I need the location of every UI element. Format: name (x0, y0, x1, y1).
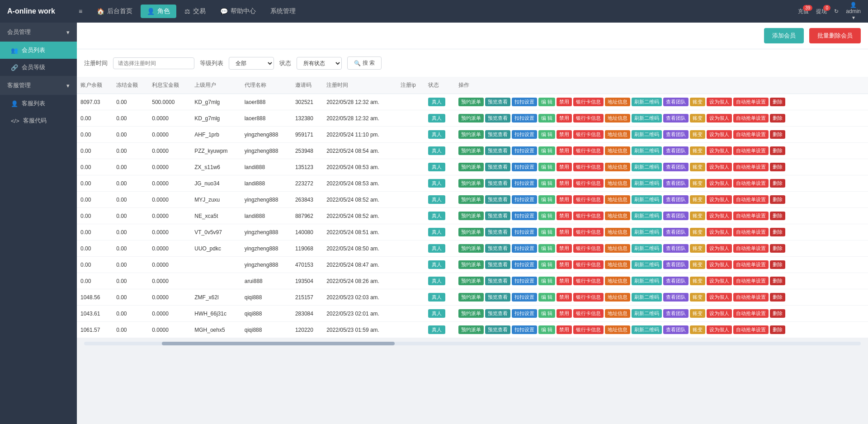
action-btn[interactable]: 扣扣设置 (512, 228, 537, 236)
action-btn[interactable]: 银行卡信息 (573, 146, 604, 155)
action-btn[interactable]: 编 辑 (538, 114, 555, 122)
action-btn[interactable]: 自动抢单设置 (733, 114, 769, 122)
action-btn[interactable]: 预约派单 (458, 309, 484, 318)
action-btn[interactable]: 刷新二维码 (632, 293, 662, 302)
sidebar-item-member-level[interactable]: 🔗 会员等级 (0, 59, 77, 76)
action-btn[interactable]: 删除 (770, 114, 785, 122)
action-btn[interactable]: 编 辑 (538, 212, 555, 220)
action-btn[interactable]: 账变 (690, 260, 705, 269)
nav-help[interactable]: 💬 帮助中心 (214, 5, 262, 18)
action-btn[interactable]: 预约派单 (458, 179, 484, 188)
action-btn[interactable]: 刷新二维码 (632, 98, 662, 106)
action-btn[interactable]: 预览查看 (485, 163, 510, 171)
action-btn[interactable]: 扣扣设置 (512, 260, 537, 269)
action-btn[interactable]: 地址信息 (605, 293, 630, 302)
action-btn[interactable]: 地址信息 (605, 228, 630, 236)
action-btn[interactable]: 删除 (770, 98, 785, 106)
action-btn[interactable]: 自动抢单设置 (733, 260, 769, 269)
action-btn[interactable]: 删除 (770, 195, 785, 204)
action-btn[interactable]: 账变 (690, 130, 705, 139)
action-btn[interactable]: 编 辑 (538, 195, 555, 204)
action-btn[interactable]: 扣扣设置 (512, 212, 537, 220)
action-btn[interactable]: 编 辑 (538, 277, 555, 285)
action-btn[interactable]: 禁用 (557, 98, 572, 106)
action-btn[interactable]: 编 辑 (538, 244, 555, 253)
action-btn[interactable]: 自动抢单设置 (733, 228, 769, 236)
action-btn[interactable]: 刷新二维码 (632, 309, 662, 318)
action-btn[interactable]: 预约派单 (458, 325, 484, 334)
action-btn[interactable]: 查看团队 (663, 195, 689, 204)
action-btn[interactable]: 禁用 (557, 130, 572, 139)
action-btn[interactable]: 编 辑 (538, 325, 555, 334)
action-btn[interactable]: 删除 (770, 309, 785, 318)
action-btn[interactable]: 扣扣设置 (512, 309, 537, 318)
action-btn[interactable]: 扣扣设置 (512, 179, 537, 188)
action-btn[interactable]: 账变 (690, 195, 705, 204)
action-btn[interactable]: 设为假人 (707, 130, 732, 139)
action-btn[interactable]: 查看团队 (663, 244, 689, 253)
action-btn[interactable]: 刷新二维码 (632, 130, 662, 139)
level-select[interactable]: 全部 (229, 57, 274, 70)
action-btn[interactable]: 地址信息 (605, 146, 630, 155)
action-btn[interactable]: 银行卡信息 (573, 98, 604, 106)
action-btn[interactable]: 查看团队 (663, 98, 689, 106)
action-btn[interactable]: 预览查看 (485, 244, 510, 253)
action-btn[interactable]: 查看团队 (663, 309, 689, 318)
action-btn[interactable]: 删除 (770, 260, 785, 269)
action-btn[interactable]: 设为假人 (707, 212, 732, 220)
action-btn[interactable]: 账变 (690, 114, 705, 122)
action-btn[interactable]: 编 辑 (538, 163, 555, 171)
action-btn[interactable]: 刷新二维码 (632, 114, 662, 122)
action-btn[interactable]: 账变 (690, 212, 705, 220)
action-btn[interactable]: 自动抢单设置 (733, 130, 769, 139)
action-btn[interactable]: 查看团队 (663, 277, 689, 285)
action-btn[interactable]: 编 辑 (538, 130, 555, 139)
action-btn[interactable]: 账变 (690, 228, 705, 236)
action-btn[interactable]: 预览查看 (485, 130, 510, 139)
action-btn[interactable]: 扣扣设置 (512, 146, 537, 155)
action-btn[interactable]: 地址信息 (605, 195, 630, 204)
action-btn[interactable]: 禁用 (557, 195, 572, 204)
action-btn[interactable]: 账变 (690, 325, 705, 334)
action-btn[interactable]: 银行卡信息 (573, 114, 604, 122)
action-btn[interactable]: 删除 (770, 244, 785, 253)
action-btn[interactable]: 删除 (770, 228, 785, 236)
action-btn[interactable]: 预览查看 (485, 325, 510, 334)
action-btn[interactable]: 银行卡信息 (573, 309, 604, 318)
action-btn[interactable]: 禁用 (557, 277, 572, 285)
scrollbar-thumb[interactable] (162, 342, 395, 345)
action-btn[interactable]: 自动抢单设置 (733, 309, 769, 318)
nav-system[interactable]: 系统管理 (264, 5, 302, 18)
action-btn[interactable]: 银行卡信息 (573, 163, 604, 171)
action-btn[interactable]: 设为假人 (707, 98, 732, 106)
action-btn[interactable]: 查看团队 (663, 325, 689, 334)
status-select[interactable]: 所有状态 (297, 57, 342, 70)
horizontal-scrollbar[interactable] (84, 342, 861, 345)
action-btn[interactable]: 禁用 (557, 114, 572, 122)
action-btn[interactable]: 地址信息 (605, 212, 630, 220)
action-btn[interactable]: 预览查看 (485, 212, 510, 220)
action-btn[interactable]: 扣扣设置 (512, 244, 537, 253)
action-btn[interactable]: 地址信息 (605, 163, 630, 171)
action-btn[interactable]: 预览查看 (485, 293, 510, 302)
action-btn[interactable]: 预约派单 (458, 98, 484, 106)
action-btn[interactable]: 预约派单 (458, 212, 484, 220)
action-btn[interactable]: 银行卡信息 (573, 179, 604, 188)
action-btn[interactable]: 银行卡信息 (573, 244, 604, 253)
action-btn[interactable]: 自动抢单设置 (733, 212, 769, 220)
batch-delete-button[interactable]: 批量删除会员 (809, 28, 861, 43)
action-btn[interactable]: 扣扣设置 (512, 98, 537, 106)
action-btn[interactable]: 银行卡信息 (573, 293, 604, 302)
action-btn[interactable]: 删除 (770, 130, 785, 139)
sidebar-header-service[interactable]: 客服管理 ▾ (0, 76, 77, 95)
action-btn[interactable]: 预览查看 (485, 114, 510, 122)
action-btn[interactable]: 预约派单 (458, 277, 484, 285)
action-btn[interactable]: 银行卡信息 (573, 325, 604, 334)
action-btn[interactable]: 账变 (690, 163, 705, 171)
action-btn[interactable]: 预约派单 (458, 228, 484, 236)
action-btn[interactable]: 银行卡信息 (573, 195, 604, 204)
action-btn[interactable]: 删除 (770, 179, 785, 188)
nav-menu[interactable]: ≡ (72, 5, 89, 18)
sidebar-header-member[interactable]: 会员管理 ▾ (0, 23, 77, 42)
action-btn[interactable]: 查看团队 (663, 130, 689, 139)
